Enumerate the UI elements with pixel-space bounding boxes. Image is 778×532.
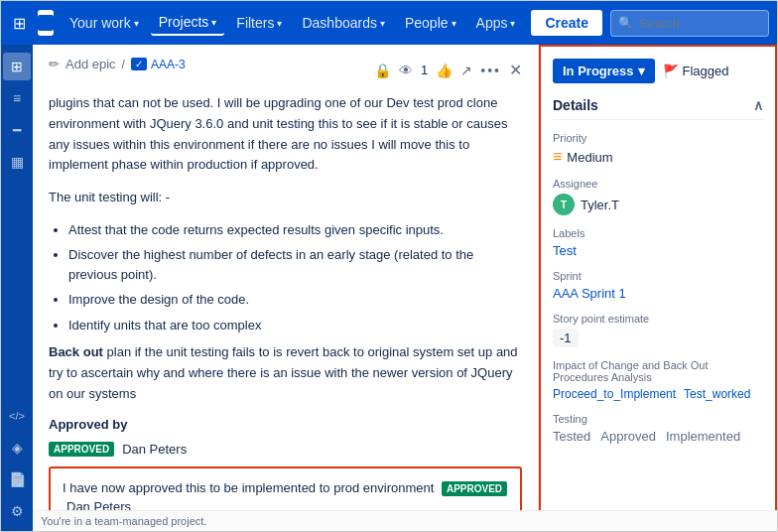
watch-count: 1 (421, 63, 428, 77)
assignee-name: Tyler.T (581, 198, 619, 212)
approved-by-row: APPROVED Dan Peters (49, 442, 522, 457)
proc-link-2[interactable]: Test_worked (684, 387, 750, 401)
breadcrumb-issue[interactable]: ✓ AAA-3 (131, 58, 186, 71)
nav-filters[interactable]: Filters ▾ (228, 11, 290, 35)
status-row: In Progress ▾ 🚩 Flagged (553, 59, 763, 83)
labels-row: Labels Test (553, 227, 763, 258)
approved-section: Approved by (49, 417, 522, 432)
testing-items: Tested Approved Implemented (553, 429, 763, 444)
approved-name: Dan Peters (122, 442, 187, 457)
back-out-label: Back out (49, 344, 103, 359)
nav-people[interactable]: People ▾ (397, 11, 464, 35)
share-icon[interactable]: ↗ (460, 63, 472, 78)
sidebar-code-icon[interactable]: </> (3, 402, 31, 430)
details-label: Details (553, 97, 598, 113)
testing-row: Testing Tested Approved Implemented (553, 413, 763, 444)
assignee-avatar: T (553, 194, 575, 215)
sprint-value[interactable]: AAA Sprint 1 (553, 286, 763, 301)
proc-link-1[interactable]: Proceed_to_Implement (553, 387, 676, 401)
testing-approved[interactable]: Approved (600, 429, 656, 444)
issue-type-badge: ✓ (131, 58, 147, 70)
chevron-down-icon: ▾ (638, 64, 645, 78)
list-item: Identify units that are too complex (68, 316, 522, 335)
highlight-text: I have now approved this to be implement… (63, 480, 434, 495)
grid-icon[interactable]: ⊞ (9, 10, 30, 37)
highlight-approved-badge: APPROVED (442, 481, 507, 496)
details-header: Details ∧ (553, 97, 763, 120)
notifications-icon[interactable]: 🔔 (773, 10, 778, 37)
chevron-down-icon: ▾ (277, 18, 282, 29)
priority-label: Priority (553, 132, 763, 144)
back-out-description-text: plan if the unit testing fails to is rev… (49, 344, 518, 401)
sprint-row: Sprint AAA Sprint 1 (553, 270, 763, 301)
label-value[interactable]: Test (553, 243, 763, 258)
collapse-icon[interactable]: ∧ (753, 97, 763, 113)
app-logo[interactable] (38, 10, 54, 36)
sidebar-pages-icon[interactable]: 📄 (3, 466, 31, 493)
sidebar-roadmap-icon[interactable]: ━ (3, 116, 31, 144)
sprint-label: Sprint (553, 270, 763, 282)
assignee-value[interactable]: T Tyler.T (553, 194, 763, 215)
unit-testing-label: The unit testing will: - (49, 188, 522, 208)
like-icon[interactable]: 👍 (436, 63, 453, 78)
chevron-down-icon: ▾ (452, 18, 456, 29)
search-input[interactable] (610, 10, 769, 37)
priority-icon: ≡ (553, 148, 562, 166)
assignee-label: Assignee (553, 178, 763, 190)
bullet-list: Attest that the code returns expected re… (68, 220, 522, 335)
labels-label: Labels (553, 227, 763, 239)
right-details-panel: In Progress ▾ 🚩 Flagged Details ∧ Priori… (539, 45, 777, 532)
nav-your-work[interactable]: Your work ▾ (62, 11, 147, 35)
assignee-row: Assignee T Tyler.T (553, 178, 763, 215)
procedure-links: Proceed_to_Implement Test_worked (553, 387, 763, 401)
story-points-label: Story point estimate (553, 313, 763, 325)
sidebar-backlog-icon[interactable]: ≡ (3, 84, 31, 112)
status-button[interactable]: In Progress ▾ (553, 59, 655, 83)
testing-label: Testing (553, 413, 763, 425)
impact-label: Impact of Change and Back Out Procedures… (553, 359, 763, 383)
flag-icon: 🚩 (663, 64, 679, 78)
sidebar-components-icon[interactable]: ◈ (3, 434, 31, 462)
priority-text: Medium (567, 150, 612, 165)
lock-icon[interactable]: 🔒 (374, 63, 391, 78)
priority-value[interactable]: ≡ Medium (553, 148, 763, 166)
list-item: Improve the design of the code. (68, 290, 522, 310)
breadcrumb-divider: / (122, 58, 125, 71)
chevron-down-icon: ▾ (380, 18, 385, 29)
more-icon[interactable]: ••• (480, 63, 501, 78)
sidebar-board-icon[interactable]: ⊞ (3, 53, 31, 80)
list-item: Attest that the code returns expected re… (68, 220, 522, 240)
approved-badge: APPROVED (49, 442, 114, 457)
testing-tested[interactable]: Tested (553, 429, 590, 444)
list-item: Discover the highest number of defects i… (68, 245, 522, 284)
story-points-row: Story point estimate -1 (553, 313, 763, 347)
approved-by-label: Approved by (49, 417, 127, 432)
watch-icon[interactable]: 👁 (399, 63, 413, 78)
priority-row: Priority ≡ Medium (553, 132, 763, 166)
nav-dashboards[interactable]: Dashboards ▾ (294, 11, 393, 35)
testing-implemented[interactable]: Implemented (666, 429, 740, 444)
status-label: In Progress (563, 64, 634, 78)
body-intro-text: plugins that can not be used. I will be … (49, 93, 522, 176)
breadcrumb: ✏ Add epic / ✓ AAA-3 (49, 57, 186, 71)
story-points-value[interactable]: -1 (553, 329, 579, 347)
bottom-bar: You're in a team-managed project. (33, 510, 777, 531)
chevron-down-icon: ▾ (510, 18, 515, 29)
sidebar-table-icon[interactable]: ▦ (3, 148, 31, 176)
flagged-text: Flagged (683, 64, 729, 78)
main-content-panel: ✏ Add epic / ✓ AAA-3 🔒 👁 1 👍 ↗ (33, 45, 539, 532)
left-sidebar: ⊞ ≡ ━ ▦ </> ◈ 📄 ⚙ (1, 45, 33, 532)
chevron-down-icon: ▾ (134, 18, 139, 29)
breadcrumb-epic[interactable]: Add epic (65, 57, 116, 71)
issue-id: AAA-3 (151, 58, 186, 71)
impact-row: Impact of Change and Back Out Procedures… (553, 359, 763, 401)
chevron-down-icon: ▾ (211, 17, 216, 28)
close-icon[interactable]: ✕ (509, 61, 522, 79)
back-out-text: Back out plan if the unit testing fails … (49, 342, 522, 404)
sidebar-settings-icon[interactable]: ⚙ (3, 497, 31, 525)
nav-projects[interactable]: Projects ▾ (151, 10, 225, 36)
create-button[interactable]: Create (531, 10, 602, 36)
search-wrap: 🔍 (610, 10, 769, 37)
flagged-label: 🚩 Flagged (663, 64, 729, 78)
nav-apps[interactable]: Apps ▾ (468, 11, 524, 35)
